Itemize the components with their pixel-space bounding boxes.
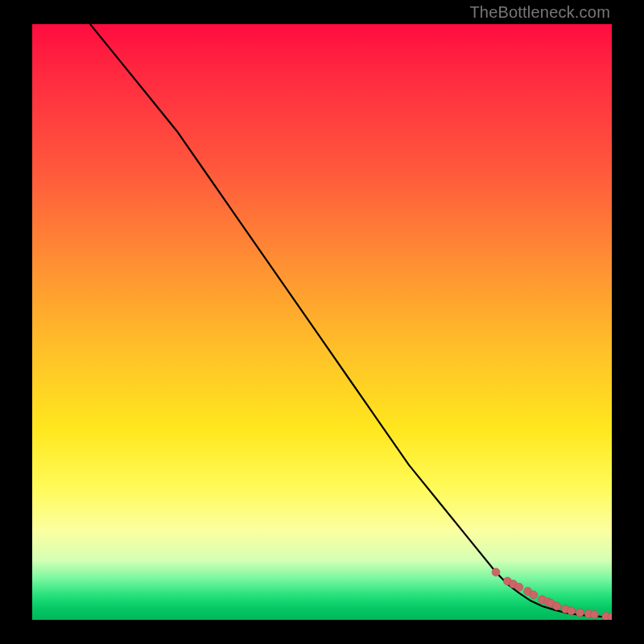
line-path xyxy=(90,24,612,617)
marker-dot xyxy=(590,610,598,618)
plot-area xyxy=(32,24,612,620)
marker-dot xyxy=(515,583,523,591)
marker-dot xyxy=(568,607,576,615)
marker-dot xyxy=(553,602,561,610)
marker-series xyxy=(492,568,612,620)
marker-dot xyxy=(576,609,584,617)
watermark-text: TheBottleneck.com xyxy=(469,3,610,22)
line-series xyxy=(90,24,612,617)
marker-dot xyxy=(530,591,538,599)
chart-svg xyxy=(32,24,612,620)
marker-dot xyxy=(492,568,500,576)
chart-container: TheBottleneck.com xyxy=(0,0,644,644)
